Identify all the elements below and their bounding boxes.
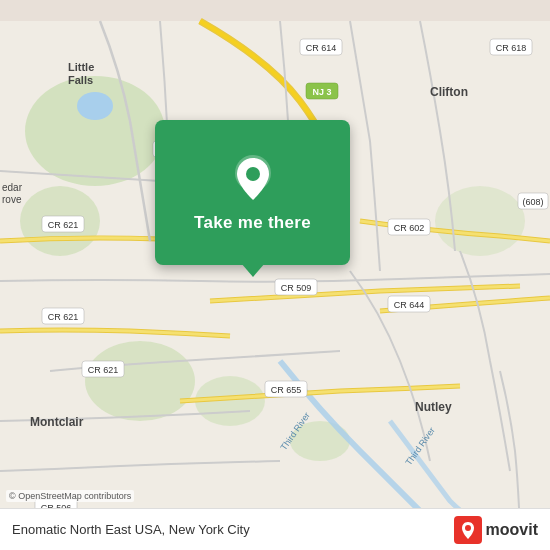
svg-text:CR 602: CR 602 [394, 223, 425, 233]
map-container: CR 621 CR 621 CR 621 NJ 3 CR 509 CR 655 … [0, 0, 550, 550]
svg-text:CR 509: CR 509 [281, 283, 312, 293]
svg-text:CR 621: CR 621 [48, 220, 79, 230]
moovit-logo: moovit [454, 516, 538, 544]
svg-text:CR 655: CR 655 [271, 385, 302, 395]
svg-text:Nutley: Nutley [415, 400, 452, 414]
svg-text:Falls: Falls [68, 74, 93, 86]
map-background: CR 621 CR 621 CR 621 NJ 3 CR 509 CR 655 … [0, 0, 550, 550]
svg-text:(608): (608) [522, 197, 543, 207]
location-pin-icon [228, 153, 278, 203]
svg-point-46 [465, 525, 471, 531]
svg-text:Montclair: Montclair [30, 415, 84, 429]
svg-point-3 [85, 341, 195, 421]
take-me-there-button[interactable]: Take me there [194, 213, 311, 233]
svg-text:CR 621: CR 621 [88, 365, 119, 375]
svg-point-44 [246, 167, 260, 181]
moovit-logo-text: moovit [486, 521, 538, 539]
svg-text:CR 614: CR 614 [306, 43, 337, 53]
osm-attribution: © OpenStreetMap contributors [6, 490, 134, 502]
svg-text:CR 618: CR 618 [496, 43, 527, 53]
bottom-bar: Enomatic North East USA, New York City m… [0, 508, 550, 550]
popup-card[interactable]: Take me there [155, 120, 350, 265]
svg-text:CR 621: CR 621 [48, 312, 79, 322]
svg-text:edar: edar [2, 182, 23, 193]
svg-text:Little: Little [68, 61, 94, 73]
svg-text:CR 644: CR 644 [394, 300, 425, 310]
location-label: Enomatic North East USA, New York City [12, 522, 250, 537]
svg-text:rove: rove [2, 194, 22, 205]
svg-point-7 [77, 92, 113, 120]
svg-text:NJ 3: NJ 3 [312, 87, 331, 97]
moovit-logo-icon [454, 516, 482, 544]
svg-text:Clifton: Clifton [430, 85, 468, 99]
